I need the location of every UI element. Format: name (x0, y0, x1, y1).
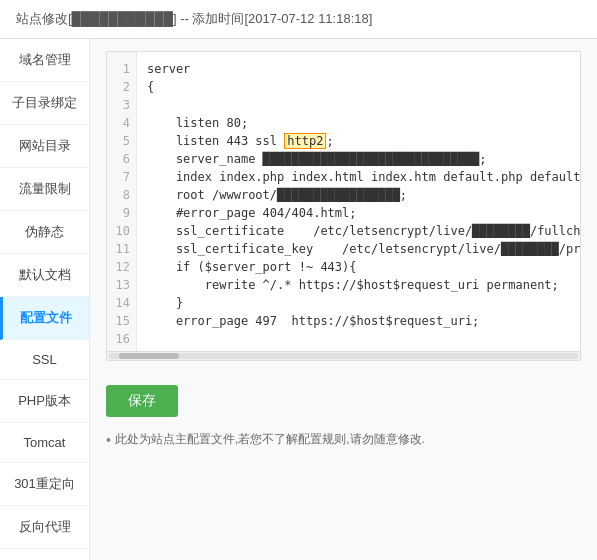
line-number: 13 (113, 276, 130, 294)
line-number: 2 (113, 78, 130, 96)
line-number: 6 (113, 150, 130, 168)
line-number: 7 (113, 168, 130, 186)
line-number: 3 (113, 96, 130, 114)
scroll-track (109, 353, 578, 359)
line-number: 15 (113, 312, 130, 330)
line-number: 14 (113, 294, 130, 312)
code-line: error_page 497 https://$host$request_uri… (147, 312, 570, 330)
sidebar-item-伪静态[interactable]: 伪静态 (0, 211, 89, 254)
main-content: 12345678910111213141516171819 server{ li… (90, 39, 597, 560)
code-line: #error_page 404/404.html; (147, 204, 570, 222)
sidebar-item-PHP版本[interactable]: PHP版本 (0, 380, 89, 423)
code-line: index index.php index.html index.htm def… (147, 168, 570, 186)
sidebar-item-流量限制[interactable]: 流量限制 (0, 168, 89, 211)
line-number: 10 (113, 222, 130, 240)
code-line: ssl_certificate_key /etc/letsencrypt/liv… (147, 240, 570, 258)
line-number: 16 (113, 330, 130, 348)
line-number: 12 (113, 258, 130, 276)
code-line: root /wwwroot/█████████████████; (147, 186, 570, 204)
code-line: server (147, 60, 570, 78)
http2-highlight: http2 (284, 133, 326, 149)
page-title: 站点修改[███████████] -- 添加时间[2017-07-12 11:… (16, 11, 372, 26)
line-number: 8 (113, 186, 130, 204)
scroll-thumb[interactable] (119, 353, 179, 359)
sidebar-item-默认文档[interactable]: 默认文档 (0, 254, 89, 297)
code-editor[interactable]: 12345678910111213141516171819 server{ li… (106, 51, 581, 361)
code-line: listen 443 ssl http2; (147, 132, 570, 150)
code-line: } (147, 294, 570, 312)
code-line (147, 330, 570, 348)
line-number: 9 (113, 204, 130, 222)
sidebar-item-反向代理[interactable]: 反向代理 (0, 506, 89, 549)
sidebar-item-配置文件[interactable]: 配置文件 (0, 297, 89, 340)
line-number: 11 (113, 240, 130, 258)
sidebar-item-Tomcat[interactable]: Tomcat (0, 423, 89, 463)
notice-text: • 此处为站点主配置文件,若您不了解配置规则,请勿随意修改. (106, 431, 581, 451)
save-button[interactable]: 保存 (106, 385, 178, 417)
code-text[interactable]: server{ listen 80; listen 443 ssl http2;… (137, 52, 580, 351)
sidebar-item-子目录绑定[interactable]: 子目录绑定 (0, 82, 89, 125)
code-line: listen 80; (147, 114, 570, 132)
code-line: server_name ████████████████████████████… (147, 150, 570, 168)
page-header: 站点修改[███████████] -- 添加时间[2017-07-12 11:… (0, 0, 597, 39)
line-number: 4 (113, 114, 130, 132)
sidebar-item-域名管理[interactable]: 域名管理 (0, 39, 89, 82)
code-line (147, 96, 570, 114)
notice-label: 此处为站点主配置文件,若您不了解配置规则,请勿随意修改. (115, 431, 425, 448)
scrollbar-x[interactable] (107, 351, 580, 360)
sidebar-item-301重定向[interactable]: 301重定向 (0, 463, 89, 506)
line-number: 5 (113, 132, 130, 150)
sidebar-item-网站目录[interactable]: 网站目录 (0, 125, 89, 168)
sidebar: 域名管理子目录绑定网站目录流量限制伪静态默认文档配置文件SSLPHP版本Tomc… (0, 39, 90, 560)
sidebar-item-SSL[interactable]: SSL (0, 340, 89, 380)
code-line: rewrite ^/.* https://$host$request_uri p… (147, 276, 570, 294)
line-numbers: 12345678910111213141516171819 (107, 52, 137, 351)
code-line: ssl_certificate /etc/letsencrypt/live/██… (147, 222, 570, 240)
code-line: if ($server_port !~ 443){ (147, 258, 570, 276)
code-line: { (147, 78, 570, 96)
sidebar-item-风险扫描[interactable]: 风险扫描 (0, 549, 89, 560)
notice-bullet: • (106, 431, 111, 451)
line-number: 1 (113, 60, 130, 78)
